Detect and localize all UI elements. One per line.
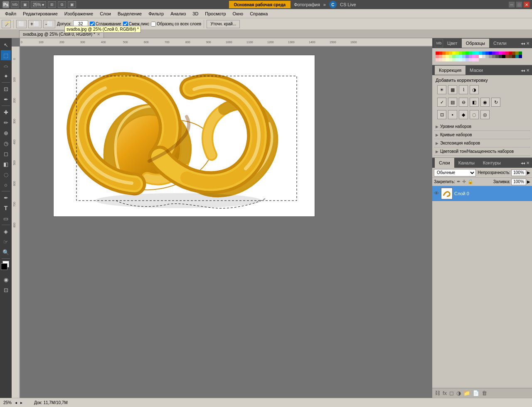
- invert-icon[interactable]: ⊡: [437, 110, 446, 119]
- levels-item[interactable]: ▶ Уровни наборов: [434, 123, 530, 131]
- quick-mask-toggle[interactable]: ◉: [1, 275, 11, 284]
- panel-menu-icon[interactable]: ✕: [526, 41, 530, 46]
- selection-style-2[interactable]: +⬜: [28, 20, 42, 28]
- swatch[interactable]: [505, 55, 509, 58]
- swatch[interactable]: [459, 55, 462, 58]
- tab-masks[interactable]: Маски: [466, 66, 487, 75]
- text-tool[interactable]: T: [1, 203, 11, 213]
- gradient-map-icon[interactable]: ◌: [470, 110, 479, 119]
- swatch[interactable]: [462, 58, 466, 61]
- lasso-tool[interactable]: ⌓: [1, 61, 11, 71]
- 3d-tool[interactable]: ◈: [1, 226, 11, 236]
- channelmixer-icon[interactable]: ↻: [491, 98, 500, 107]
- eyedropper-tool[interactable]: ✒: [1, 94, 11, 104]
- swatch[interactable]: [492, 55, 495, 58]
- add-style-icon[interactable]: fx: [443, 390, 447, 396]
- swatch[interactable]: [492, 51, 495, 55]
- swatch[interactable]: [436, 51, 439, 55]
- opacity-input[interactable]: [511, 169, 526, 176]
- swatch[interactable]: [519, 51, 522, 55]
- swatch[interactable]: [452, 58, 456, 61]
- blur-tool[interactable]: ◌: [1, 169, 11, 179]
- expand-layers-icon[interactable]: ◂◂: [521, 161, 525, 165]
- swatch[interactable]: [442, 55, 446, 58]
- swatch[interactable]: [456, 55, 459, 58]
- tab-styles[interactable]: Стили: [489, 39, 511, 48]
- swatch[interactable]: [446, 58, 449, 61]
- swatch[interactable]: [472, 55, 475, 58]
- threshold-icon[interactable]: ◆: [459, 110, 468, 119]
- view-options-icon[interactable]: ⊞: [48, 1, 56, 8]
- screen-mode[interactable]: ⊡: [1, 285, 11, 295]
- photo-button[interactable]: Фотография: [294, 2, 320, 7]
- opacity-stepper[interactable]: ▶: [527, 170, 530, 175]
- tab-contours[interactable]: Контуры: [479, 158, 505, 168]
- collapse-correction-icon[interactable]: ◂◂: [521, 68, 525, 73]
- delete-layer-icon[interactable]: 🗑: [482, 390, 487, 396]
- eraser-tool[interactable]: ◻: [1, 149, 11, 159]
- magic-wand-tool[interactable]: ✦: [1, 71, 11, 81]
- pen-tool[interactable]: ✒: [1, 193, 11, 203]
- zoom-tool[interactable]: 🔍: [1, 247, 11, 257]
- swatch[interactable]: [462, 55, 466, 58]
- selection-style-3[interactable]: -⬜: [43, 20, 55, 28]
- swatch[interactable]: [499, 51, 502, 55]
- menu-image[interactable]: Изображение: [61, 10, 96, 17]
- layer-row-0[interactable]: 👁 Слой 0: [432, 186, 532, 201]
- menu-window[interactable]: Окно: [229, 10, 247, 17]
- mb-icon-btn[interactable]: Mb: [11, 1, 19, 8]
- color-picker[interactable]: [1, 261, 11, 272]
- menu-3d[interactable]: 3D: [189, 10, 202, 17]
- swatch[interactable]: [505, 51, 509, 55]
- add-mask-icon[interactable]: ◻: [449, 390, 454, 396]
- swatch[interactable]: [509, 51, 512, 55]
- swatch[interactable]: [469, 58, 472, 61]
- swatch[interactable]: [469, 55, 472, 58]
- exposure-item[interactable]: ▶ Экспозиция наборов: [434, 139, 530, 147]
- swatch[interactable]: [459, 58, 462, 61]
- curves-item[interactable]: ▶ Кривые наборов: [434, 131, 530, 139]
- tab-color[interactable]: Цвет: [443, 39, 462, 48]
- swatch[interactable]: [512, 51, 515, 55]
- swatch[interactable]: [475, 51, 479, 55]
- exposure-icon[interactable]: ◑: [470, 85, 479, 94]
- swatch[interactable]: [502, 55, 505, 58]
- swatch[interactable]: [515, 55, 519, 58]
- swatch[interactable]: [439, 51, 442, 55]
- swatch[interactable]: [499, 55, 502, 58]
- move-tool[interactable]: ↖: [1, 40, 11, 50]
- maximize-button[interactable]: □: [516, 2, 522, 7]
- new-layer-icon[interactable]: 📄: [473, 390, 479, 396]
- status-nav-right[interactable]: ▸: [20, 400, 22, 405]
- tab-swatches[interactable]: Образцы: [462, 39, 489, 48]
- cslive-button[interactable]: CS Live: [340, 2, 356, 7]
- swatch[interactable]: [485, 51, 489, 55]
- link-layers-icon[interactable]: ⛓: [435, 390, 440, 396]
- zoom-dropdown[interactable]: 25% ▾: [31, 1, 46, 8]
- new-adjustment-icon[interactable]: ◑: [456, 390, 461, 396]
- swatch[interactable]: [436, 55, 439, 58]
- canvas-document[interactable]: [53, 55, 315, 217]
- sample-all-checkbox[interactable]: [151, 22, 156, 27]
- swatch[interactable]: [466, 51, 469, 55]
- shape-tool[interactable]: ▭: [1, 213, 11, 223]
- brightness-icon[interactable]: ☀: [437, 85, 446, 94]
- swatch[interactable]: [466, 58, 469, 61]
- panel-menu-correction-icon[interactable]: ✕: [526, 68, 530, 73]
- menu-layers[interactable]: Слои: [96, 10, 114, 17]
- tab-layers[interactable]: Слои: [435, 158, 454, 168]
- menu-select[interactable]: Выделение: [114, 10, 145, 17]
- tab-channels[interactable]: Каналы: [454, 158, 479, 168]
- menu-edit[interactable]: Редактирование: [20, 10, 61, 17]
- layer-visibility-icon[interactable]: 👁: [434, 190, 439, 196]
- bw-icon[interactable]: ◧: [470, 98, 479, 107]
- swatch[interactable]: [436, 58, 439, 61]
- hsl-icon[interactable]: ▤: [448, 98, 457, 107]
- swatch[interactable]: [495, 55, 499, 58]
- lock-pixels-icon[interactable]: ✒: [457, 179, 461, 184]
- menu-analysis[interactable]: Анализ: [167, 10, 189, 17]
- hue-saturation-item[interactable]: ▶ Цветовой тон/Насыщенность наборов: [434, 147, 530, 156]
- status-nav-left[interactable]: ◂: [15, 400, 17, 405]
- swatch[interactable]: [452, 51, 456, 55]
- menu-view[interactable]: Просмотр: [202, 10, 229, 17]
